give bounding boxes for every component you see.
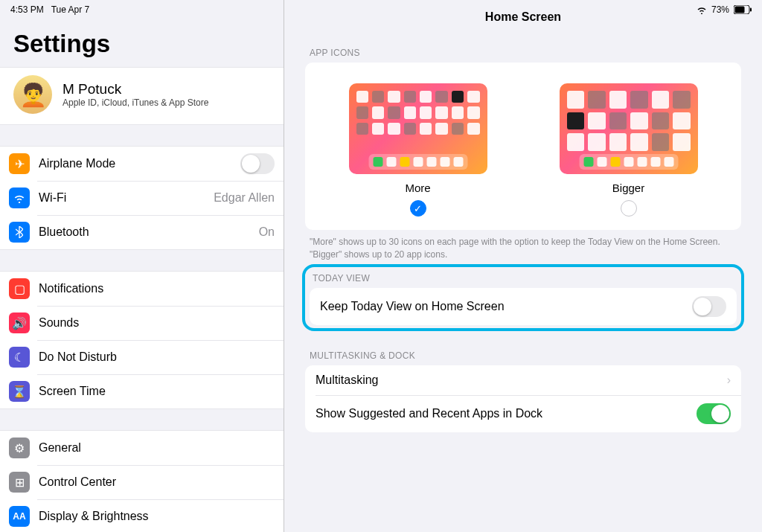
status-time: 4:53 PM [10,4,44,15]
profile-name: M Potuck [63,81,208,97]
settings-sidebar: 4:53 PM Tue Apr 7 Settings 🧑‍🦱 M Potuck … [0,0,284,532]
bluetooth-icon [9,222,30,243]
sidebar-item-label: Display & Brightness [39,510,275,523]
airplane-icon: ✈ [9,153,30,174]
notifications-icon: ▢ [9,278,30,299]
sounds-icon: 🔊 [9,313,30,333]
sidebar-item-label: Wi-Fi [39,191,214,205]
sidebar-item-bluetooth[interactable]: BluetoothOn [0,215,284,249]
sidebar-item-label: Notifications [39,282,275,295]
sidebar-item-label: General [39,441,275,455]
controlcenter-icon: ⊞ [9,472,30,493]
ipad-preview-bigger [560,83,698,174]
airplane-switch[interactable] [240,153,275,174]
battery-percent: 73% [711,4,729,15]
dnd-icon: ☾ [9,347,30,368]
svg-rect-2 [750,8,752,12]
sidebar-item-wifi[interactable]: Wi-FiEdgar Allen [0,181,284,215]
app-icons-footnote: "More" shows up to 30 icons on each page… [305,230,741,261]
battery-icon [734,5,752,14]
screentime-icon: ⌛ [9,381,30,402]
sidebar-item-label: Screen Time [39,385,275,398]
status-bar: 4:53 PM Tue Apr 7 [0,0,284,19]
today-view-highlight: TODAY VIEW Keep Today View on Home Scree… [302,264,744,331]
option-bigger[interactable]: Bigger [560,83,698,217]
sidebar-item-general[interactable]: ⚙General [0,431,284,465]
status-bar-right: 73% [697,4,752,15]
section-label-appicons: APP ICONS [305,28,741,63]
sidebar-item-screentime[interactable]: ⌛Screen Time [0,374,284,408]
app-icons-card: More ✓ Bigger [305,63,741,230]
sidebar-item-label: Sounds [39,316,275,330]
option-more-label: More [349,182,487,194]
general-icon: ⚙ [9,438,30,458]
option-more[interactable]: More ✓ [349,83,487,217]
sidebar-item-notifications[interactable]: ▢Notifications [0,272,284,306]
sidebar-item-label: Do Not Disturb [39,350,275,364]
page-title: Settings [0,19,284,67]
svg-rect-1 [735,7,745,13]
sidebar-item-sounds[interactable]: 🔊Sounds [0,306,284,340]
radio-more[interactable]: ✓ [410,200,426,217]
wifi-icon [9,188,30,208]
avatar: 🧑‍🦱 [13,75,52,114]
status-date: Tue Apr 7 [51,4,90,15]
keep-today-view-row[interactable]: Keep Today View on Home Screen [310,288,737,325]
detail-pane: 73% Home Screen APP ICONS More ✓ [284,0,762,532]
section-label-today: TODAY VIEW [305,269,741,288]
chevron-right-icon: › [727,374,731,387]
suggested-apps-switch[interactable] [697,403,731,424]
radio-bigger[interactable] [621,200,637,217]
sidebar-item-airplane[interactable]: ✈Airplane Mode [0,147,284,181]
wifi-icon [697,6,707,14]
display-icon: AA [9,506,30,527]
multitasking-row[interactable]: Multitasking › [305,365,741,395]
option-bigger-label: Bigger [560,182,698,194]
sidebar-item-controlcenter[interactable]: ⊞Control Center [0,465,284,499]
ipad-preview-more [349,83,487,174]
keep-today-view-switch[interactable] [692,296,726,317]
sidebar-item-dnd[interactable]: ☾Do Not Disturb [0,340,284,374]
sidebar-item-label: Control Center [39,475,275,489]
sidebar-item-display[interactable]: AADisplay & Brightness [0,499,284,532]
profile-sub: Apple ID, iCloud, iTunes & App Store [63,97,208,108]
section-label-multi: MULTITASKING & DOCK [305,331,741,365]
sidebar-item-label: Airplane Mode [39,157,240,170]
suggested-apps-row[interactable]: Show Suggested and Recent Apps in Dock [305,395,741,432]
sidebar-item-label: Bluetooth [39,225,259,239]
apple-id-row[interactable]: 🧑‍🦱 M Potuck Apple ID, iCloud, iTunes & … [0,67,284,125]
detail-title: Home Screen [284,0,762,28]
